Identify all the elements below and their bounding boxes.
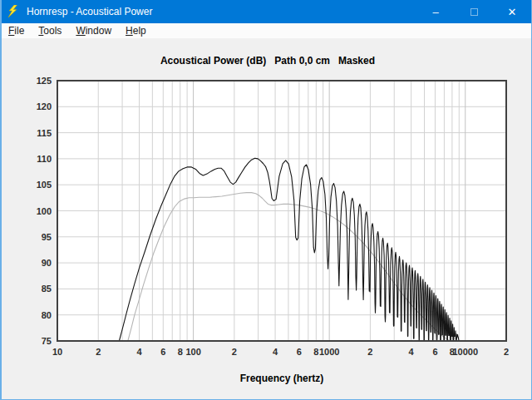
x-tick-20000: 2: [490, 347, 523, 357]
maximize-button-disabled: [455, 0, 493, 23]
window-title: Hornresp - Acoustical Power: [27, 6, 416, 17]
x-tick-10: 10: [41, 347, 74, 357]
x-tick-2000: 2: [353, 347, 387, 357]
hornresp-window: Hornresp - Acoustical Power – ✕ FileTool…: [0, 0, 532, 400]
y-tick-75: 75: [23, 336, 52, 346]
x-axis-title: Frequency (hertz): [57, 373, 507, 384]
window-controls: – ✕: [416, 0, 531, 23]
menu-item-file[interactable]: File: [2, 24, 32, 38]
y-tick-100: 100: [23, 206, 52, 216]
y-tick-115: 115: [23, 128, 52, 138]
menu-item-window[interactable]: Window: [69, 24, 119, 38]
x-tick-200: 2: [218, 347, 251, 357]
y-tick-105: 105: [23, 180, 52, 190]
y-tick-85: 85: [23, 284, 52, 294]
close-button[interactable]: ✕: [493, 0, 531, 23]
titlebar[interactable]: Hornresp - Acoustical Power – ✕: [2, 0, 531, 23]
y-tick-125: 125: [23, 76, 52, 86]
menu-item-help[interactable]: Help: [119, 24, 154, 38]
y-tick-95: 95: [23, 232, 52, 242]
lightning-bolt-app-icon: [7, 5, 20, 18]
y-tick-90: 90: [23, 258, 52, 268]
minimize-button[interactable]: –: [416, 0, 455, 23]
maximize-icon: [470, 8, 478, 16]
x-tick-20: 2: [81, 347, 115, 357]
acoustical-power-plot[interactable]: [57, 80, 507, 342]
y-tick-80: 80: [23, 310, 52, 320]
x-tick-1000: 1000: [313, 347, 346, 357]
menu-bar: FileToolsWindowHelp: [2, 23, 531, 38]
client-area: Acoustical Power (dB) Path 0,0 cm Masked…: [2, 38, 531, 400]
chart-title: Acoustical Power (dB) Path 0,0 cm Masked: [2, 55, 532, 67]
menu-item-tools[interactable]: Tools: [32, 24, 69, 38]
x-tick-100: 100: [177, 347, 210, 357]
x-tick-10000: 10000: [449, 347, 482, 357]
y-tick-110: 110: [23, 154, 52, 164]
y-tick-120: 120: [23, 101, 52, 111]
